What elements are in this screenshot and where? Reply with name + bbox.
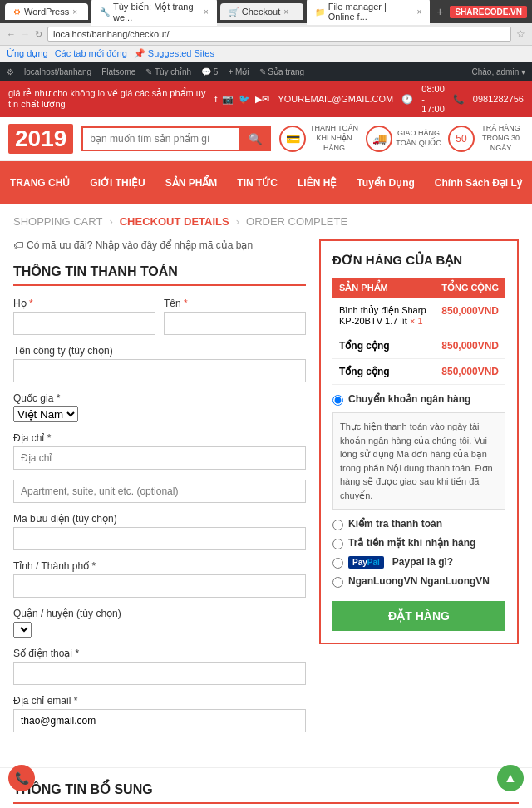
breadcrumb-sep-2: ›: [236, 215, 239, 228]
nav-home[interactable]: TRANG CHỦ: [0, 169, 80, 197]
paypal-radio[interactable]: [332, 558, 343, 569]
wp-edit-page[interactable]: ✎ Sửa trang: [259, 67, 305, 76]
postal-label: Mã bưu điện (tùy chọn): [13, 513, 306, 525]
bank-transfer-radio[interactable]: [332, 395, 343, 406]
email-input[interactable]: [13, 709, 306, 732]
cod-label: Trả tiền mặt khi nhận hàng: [348, 537, 475, 549]
tab-close-icon[interactable]: ×: [416, 7, 421, 17]
wp-site-link[interactable]: localhost/banhang: [24, 67, 91, 76]
wp-greet: Chào, admin ▾: [472, 67, 525, 76]
suggested-link[interactable]: 📌 Suggested Sites: [134, 48, 214, 59]
payment-cod[interactable]: Trả tiền mặt khi nhận hàng: [332, 537, 505, 549]
breadcrumb-shopping-cart[interactable]: SHOPPING CART: [13, 215, 102, 228]
check-payment-radio[interactable]: [332, 520, 343, 530]
bank-transfer-label: Chuyển khoản ngân hàng: [348, 393, 470, 405]
country-group: Quốc gia * Việt Nam: [13, 392, 306, 422]
breadcrumb-checkout-details: CHECKOUT DETAILS: [120, 215, 229, 228]
address-input[interactable]: [47, 27, 511, 42]
search-bar: 🔍: [81, 126, 271, 151]
tab-checkout[interactable]: 🛒 Checkout ×: [220, 3, 303, 20]
phone-input[interactable]: [13, 662, 306, 685]
suggested-link[interactable]: Các tab mới đóng: [55, 48, 127, 59]
scroll-to-top-button[interactable]: ▲: [497, 765, 524, 791]
tab-close-icon[interactable]: ×: [283, 7, 288, 17]
subtotal-value: 850,000VND: [435, 333, 505, 359]
search-input[interactable]: [81, 126, 240, 151]
payment-nganluong[interactable]: NganLuongVN NganLuongVN: [332, 575, 505, 588]
city-group: Tỉnh / Thành phố *: [13, 560, 306, 598]
instagram-icon[interactable]: 📷: [222, 94, 234, 105]
wp-comments[interactable]: 💬 5: [201, 67, 218, 76]
order-product-row: Bình thủy điện Sharp KP-20BTV 1.7 lít × …: [332, 298, 505, 333]
nav-products[interactable]: SẢN PHẨM: [155, 169, 228, 197]
payment-check[interactable]: Kiểm tra thanh toán: [332, 518, 505, 530]
payment-paypal[interactable]: PayPal Paypal là gì?: [332, 556, 505, 569]
order-total-row: Tổng cộng 850,000VND: [332, 359, 505, 385]
city-input[interactable]: [13, 574, 306, 598]
phone-icon: 📞: [453, 94, 465, 105]
district-select[interactable]: [13, 622, 32, 638]
payment-bank-transfer[interactable]: Chuyển khoản ngân hàng: [332, 393, 505, 406]
additional-section: THÔNG TIN BỔ SUNG Ghi chú đơn hàng (tùy …: [0, 767, 532, 808]
wp-flatsome[interactable]: Flatsome: [101, 67, 135, 76]
suggested-links-bar: Ứng dụng Các tab mới đóng 📌 Suggested Si…: [0, 46, 532, 62]
company-input[interactable]: [13, 359, 306, 382]
paypal-logo: PayPal: [348, 556, 384, 569]
info-bar-social: f 📷 🐦 ▶: [214, 94, 262, 105]
address-input[interactable]: [13, 446, 306, 470]
total-label: Tổng cộng: [332, 359, 435, 385]
tab-wordpress[interactable]: ⚙ WordPress ×: [5, 3, 88, 20]
tag-icon: 🏷: [13, 239, 23, 251]
tab-close-icon[interactable]: ×: [204, 7, 209, 17]
suggested-link[interactable]: Ứng dụng: [7, 48, 48, 59]
ten-input[interactable]: [164, 312, 306, 335]
wp-logo[interactable]: ⚙: [7, 67, 14, 76]
country-select[interactable]: Việt Nam: [13, 406, 78, 422]
wp-customize[interactable]: ✎ Tùy chỉnh: [145, 67, 191, 76]
email-icon: ✉: [262, 94, 269, 105]
postal-input[interactable]: [13, 527, 306, 550]
district-label: Quận / huyện (tùy chọn): [13, 608, 306, 619]
bookmark-icon[interactable]: ☆: [516, 28, 525, 40]
subtotal-label: Tổng cộng: [332, 333, 435, 359]
twitter-icon[interactable]: 🐦: [239, 94, 250, 105]
facebook-icon[interactable]: f: [214, 94, 217, 104]
order-subtotal-row: Tổng cộng 850,000VND: [332, 333, 505, 359]
back-icon[interactable]: ←: [7, 29, 16, 39]
nav-about[interactable]: GIỚI THIỆU: [80, 169, 155, 197]
nav-bar: TRANG CHỦ GIỚI THIỆU SẢN PHẨM TIN TỨC LI…: [0, 161, 532, 204]
nav-policy[interactable]: Chính Sách Đại Lý: [425, 169, 532, 197]
name-row: Họ * Tên *: [13, 298, 306, 335]
nav-news[interactable]: TIN TỨC: [227, 169, 288, 197]
ho-input[interactable]: [13, 312, 155, 335]
cod-radio[interactable]: [332, 539, 343, 549]
postal-group: Mã bưu điện (tùy chọn): [13, 513, 306, 550]
city-label: Tỉnh / Thành phố *: [13, 560, 306, 572]
nav-recruit[interactable]: Tuyển Dụng: [347, 169, 424, 197]
tab-close-icon[interactable]: ×: [72, 7, 77, 17]
wp-new[interactable]: + Mới: [228, 67, 249, 76]
order-product-price: 850,000VND: [435, 298, 505, 333]
forward-icon[interactable]: →: [21, 29, 30, 39]
browser-tab-bar: ⚙ WordPress × 🔧 Tùy biến: Một trang we..…: [0, 0, 532, 23]
paypal-label: Paypal là gì?: [392, 556, 453, 568]
shipping-icon-item: 🚚 GIAO HÀNG TOÀN QUỐC: [366, 126, 441, 152]
col-product-header: SẢN PHẨM: [332, 278, 435, 298]
address2-input[interactable]: [13, 480, 306, 503]
phone-call-button[interactable]: 📞: [8, 765, 35, 791]
nganluong-radio[interactable]: [332, 577, 343, 588]
site-logo[interactable]: 2019: [8, 124, 73, 154]
tab-customize[interactable]: 🔧 Tùy biến: Một trang we... ×: [91, 0, 217, 26]
refresh-icon[interactable]: ↻: [35, 29, 42, 40]
promo-note: 🏷 Có mã ưu đãi? Nhập vào đây để nhập mã …: [13, 239, 306, 251]
search-button[interactable]: 🔍: [240, 126, 271, 151]
nav-contact[interactable]: LIÊN HỆ: [288, 169, 347, 197]
breadcrumb: SHOPPING CART › CHECKOUT DETAILS › ORDER…: [0, 204, 532, 239]
header-icons: 💳 THANH TOÁN KHI NHẬN HÀNG 🚚 GIAO HÀNG T…: [279, 124, 524, 153]
youtube-icon[interactable]: ▶: [255, 94, 262, 105]
payment-on-delivery-icon-item: 💳 THANH TOÁN KHI NHẬN HÀNG: [279, 124, 359, 153]
email-label: Địa chỉ email *: [13, 695, 306, 707]
tab-filemanager[interactable]: 📁 File manager | Online f... ×: [307, 0, 430, 25]
breadcrumb-sep-1: ›: [109, 215, 112, 228]
order-button[interactable]: ĐẶT HÀNG: [332, 601, 505, 631]
